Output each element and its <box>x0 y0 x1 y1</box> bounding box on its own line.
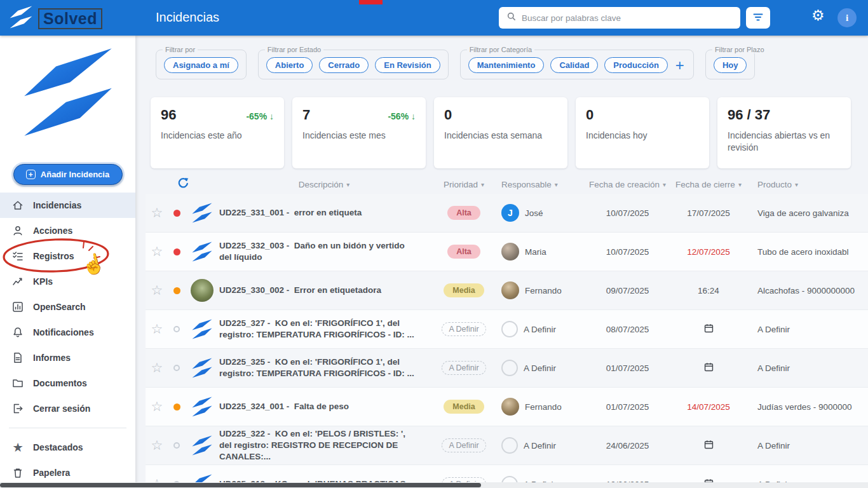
incident-row[interactable]: ☆UD225_325 - KO en el: 'FRIGORÍFICO 1', … <box>146 349 868 388</box>
bell-icon <box>11 326 24 339</box>
calendar-icon[interactable] <box>703 362 714 374</box>
responsable-cell: Fernando <box>499 398 588 416</box>
info-button[interactable]: i <box>837 8 857 27</box>
incident-id: UD225_322 <box>219 429 265 438</box>
calendar-icon[interactable] <box>703 323 714 336</box>
filter-group-legend: Filtrar por <box>163 46 198 53</box>
incident-id: UD225_324_001 <box>219 402 284 411</box>
sort-arrow-icon: ▾ <box>663 181 666 188</box>
sidebar-item-opensearch[interactable]: OpenSearch <box>0 294 135 320</box>
sort-arrow-icon: ▾ <box>481 181 484 188</box>
product-cell: A Definir <box>750 325 868 334</box>
closed-date: 16:24 <box>667 286 750 295</box>
incident-description: UD225_331_001 - error en etiqueta <box>219 207 429 219</box>
column-header-producto[interactable]: Producto▾ <box>750 180 868 189</box>
trash-icon <box>11 466 24 479</box>
filter-list-icon <box>752 11 764 25</box>
sidebar-item-label: OpenSearch <box>33 302 85 312</box>
sidebar-item-documentos[interactable]: Documentos <box>0 370 135 396</box>
responsable-name: José <box>525 208 543 218</box>
refresh-button[interactable] <box>146 177 219 193</box>
search-input[interactable] <box>522 13 733 23</box>
product-cell: A Definir <box>750 441 868 451</box>
filter-chip-cerrado[interactable]: Cerrado <box>319 57 369 73</box>
refresh-icon <box>176 177 189 193</box>
favorite-star-icon[interactable]: ☆ <box>151 244 163 259</box>
column-header-prioridad[interactable]: Prioridad▾ <box>429 180 499 189</box>
stat-value: 0 <box>444 107 452 123</box>
incident-row[interactable]: ☆UD225_330_002 - Error en etiquetadoraMe… <box>146 271 868 310</box>
favorite-star-icon[interactable]: ☆ <box>151 360 163 376</box>
filter-chip-hoy[interactable]: Hoy <box>714 57 747 73</box>
filter-chip-calidad[interactable]: Calidad <box>550 57 598 73</box>
column-header-responsable[interactable]: Responsable▾ <box>499 180 588 189</box>
add-incident-button[interactable]: + Añadir Incidencia <box>13 164 123 185</box>
filter-chip-en-revision[interactable]: En Revisión <box>375 57 440 73</box>
calendar-icon[interactable] <box>703 439 714 452</box>
incident-row[interactable]: ☆UD225_324_001 - Falta de pesoMediaFerna… <box>146 388 868 426</box>
incident-row[interactable]: ☆UD225_322 - KO en el: 'PELOS / BRISTLES… <box>146 426 868 465</box>
favorite-star-icon[interactable]: ☆ <box>151 399 163 414</box>
priority-badge: Media <box>444 283 484 297</box>
stat-card: 0Incidencias esta semana <box>434 97 567 168</box>
sidebar-nav: IncidenciasAccionesRegistrosKPIsOpenSear… <box>0 193 135 421</box>
responsable-name: Fernando <box>525 402 562 412</box>
favorite-star-icon[interactable]: ☆ <box>151 322 163 337</box>
sidebar-logo-image <box>0 44 135 140</box>
filter-button[interactable] <box>746 7 770 29</box>
search-icon <box>506 11 517 24</box>
person-icon <box>11 224 24 237</box>
column-header-fecha-de-creacion[interactable]: Fecha de creación▾ <box>588 180 667 189</box>
filter-chip-produccion[interactable]: Producción <box>604 57 668 73</box>
filter-group-legend: Filtrar por Categoría <box>467 46 534 53</box>
settings-gear-icon[interactable]: ⚙ <box>811 8 825 23</box>
column-header-fecha-de-cierre[interactable]: Fecha de cierre▾ <box>667 180 750 189</box>
sidebar-item-registros[interactable]: Registros <box>0 243 135 269</box>
sidebar-item-destacados[interactable]: ★Destacados <box>0 435 135 460</box>
status-dot-orange <box>173 287 180 294</box>
incident-id: UD225_331_001 <box>219 208 284 217</box>
closed-date <box>667 362 750 374</box>
filter-chip-mantenimiento[interactable]: Mantenimiento <box>468 57 545 73</box>
sidebar-item-label: Destacados <box>33 442 83 452</box>
filter-group-legend: Filtrar por Plazo <box>712 46 767 53</box>
filter-chip-abierto[interactable]: Abierto <box>266 57 313 73</box>
sidebar-item-papelera[interactable]: Papelera <box>0 460 135 485</box>
product-cell: A Definir <box>750 363 868 373</box>
scrollbar-thumb[interactable] <box>0 483 481 487</box>
sidebar-item-informes[interactable]: Informes <box>0 345 135 370</box>
responsable-empty-avatar <box>501 437 518 454</box>
responsable-empty-avatar <box>501 321 518 337</box>
filter-group-legend: Filtrar por Estado <box>265 46 323 53</box>
incident-row[interactable]: ☆UD225_331_001 - error en etiquetaAltaJJ… <box>146 194 868 233</box>
incident-row[interactable]: ☆UD225_332_003 - Daño en un bidón y vert… <box>146 233 868 271</box>
sidebar-item-acciones[interactable]: Acciones <box>0 218 135 243</box>
created-date: 08/07/2025 <box>588 325 667 334</box>
sidebar-item-notificaciones[interactable]: Notificaciones <box>0 320 135 345</box>
filter-chip-asignado-a-mi[interactable]: Asignado a mí <box>164 57 238 73</box>
sort-arrow-icon: ▾ <box>555 181 558 188</box>
favorite-star-icon[interactable]: ☆ <box>151 283 163 298</box>
stat-label: Incidencias este mes <box>302 130 407 142</box>
stat-value: 0 <box>586 107 593 123</box>
status-dot-orange <box>173 403 180 410</box>
sidebar-item-incidencias[interactable]: Incidencias <box>0 193 135 218</box>
column-header-descripcion[interactable]: Descripción▾ <box>219 180 429 189</box>
sidebar-item-cerrar-sesion[interactable]: Cerrar sesión <box>0 396 135 421</box>
incident-row[interactable]: ☆UD225_327 - KO en el: 'FRIGORÍFICO 1', … <box>146 310 868 349</box>
stat-card: 96 / 37Incidencias abiertas vs en revisi… <box>717 97 851 168</box>
favorite-star-icon[interactable]: ☆ <box>151 438 163 453</box>
sort-arrow-icon: ▾ <box>346 181 349 188</box>
sidebar-item-label: Acciones <box>33 226 72 236</box>
filters-row: Filtrar porAsignado a míFiltrar por Esta… <box>156 50 868 79</box>
incident-logo-avatar <box>185 435 219 456</box>
stat-label: Incidencias abiertas vs en revisión <box>728 130 832 154</box>
status-dot-none <box>173 326 180 332</box>
stats-row: 96-65% ↓Incidencias este año7-56% ↓Incid… <box>151 97 868 168</box>
incident-description: UD225_325 - KO en el: 'FRIGORÍFICO 1', d… <box>219 356 429 379</box>
favorite-star-icon[interactable]: ☆ <box>151 205 163 220</box>
closed-date: 14/07/2025 <box>667 402 750 412</box>
product-cell: Judías verdes - 9000000 <box>750 402 868 412</box>
sidebar-item-kpis[interactable]: KPIs <box>0 269 135 294</box>
add-category-button[interactable]: + <box>674 58 686 73</box>
